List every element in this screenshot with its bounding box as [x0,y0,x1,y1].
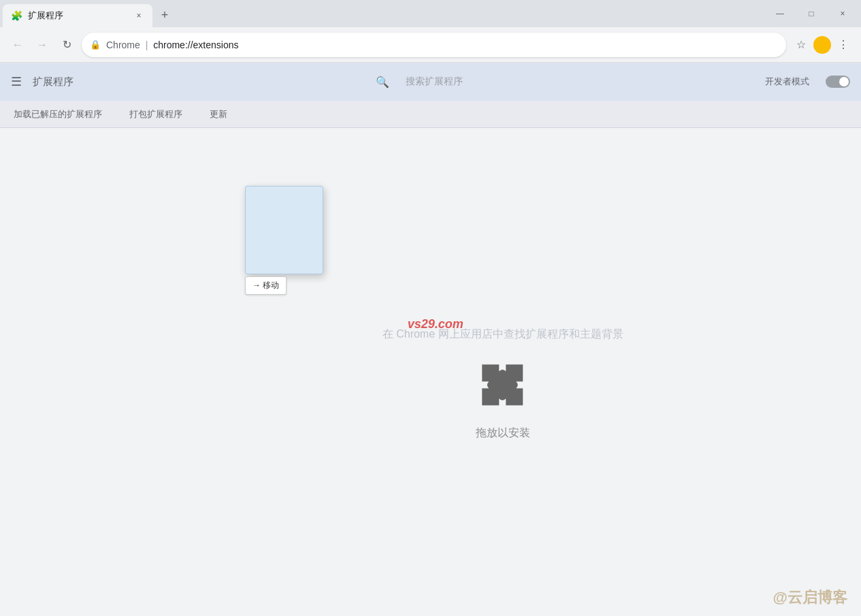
toolbar-icons: ☆ ⋮ [792,35,853,54]
security-icon: 🔒 [90,39,101,50]
titlebar: 🧩 扩展程序 × + — □ × [0,0,861,27]
main-content: → 移动 在 Chrome 网上应用店中查找扩展程序和主题背景 vs29.com… [0,128,861,616]
back-button[interactable]: ← [8,35,27,54]
load-unpacked-link[interactable]: 加载已解压的扩展程序 [14,108,102,120]
drag-file-card [245,186,323,274]
maximize-button[interactable]: □ [796,0,827,27]
puzzle-icon [476,357,530,412]
more-button[interactable]: ⋮ [834,35,853,54]
tab-favicon-icon: 🧩 [11,10,22,21]
addressbar: ← → ↻ 🔒 Chrome | chrome://extensions ☆ ⋮ [0,27,861,63]
profile-avatar[interactable] [813,36,831,54]
window-controls: — □ × [762,0,861,27]
move-button[interactable]: → 移动 [245,276,287,295]
omnibox[interactable]: 🔒 Chrome | chrome://extensions [82,33,786,57]
reload-button[interactable]: ↻ [57,35,76,54]
update-link[interactable]: 更新 [210,108,227,120]
tab-close-icon[interactable]: × [133,10,144,21]
hamburger-icon[interactable]: ☰ [11,74,22,89]
extensions-subheader: 加载已解压的扩展程序 打包扩展程序 更新 [0,101,861,128]
url-separator: | [146,39,148,50]
search-icon[interactable]: 🔍 [376,76,389,88]
extensions-header-title: 扩展程序 [33,76,74,88]
url-brand: Chrome [106,39,140,50]
search-placeholder[interactable]: 搜索扩展程序 [406,76,463,88]
url-display: Chrome | chrome://extensions [106,39,778,50]
watermark-bottom: @云启博客 [773,587,847,608]
drop-area: 在 Chrome 网上应用店中查找扩展程序和主题背景 vs29.com 拖放以安… [383,327,623,440]
dev-mode-toggle[interactable] [826,76,850,88]
drop-text: 拖放以安装 [476,425,530,440]
tab-title: 扩展程序 [28,10,128,22]
dev-mode-label: 开发者模式 [765,76,809,88]
minimize-button[interactable]: — [764,0,796,27]
bookmark-button[interactable]: ☆ [792,35,811,54]
url-path: chrome://extensions [153,39,238,50]
new-tab-button[interactable]: + [155,5,174,25]
pack-extension-link[interactable]: 打包扩展程序 [129,108,182,120]
tab-strip: 🧩 扩展程序 × + [0,0,762,27]
active-tab[interactable]: 🧩 扩展程序 × [3,4,152,27]
forward-button[interactable]: → [33,35,52,54]
watermark-top: vs29.com [408,317,464,331]
toggle-knob [839,77,849,86]
close-button[interactable]: × [827,0,858,27]
extensions-header: ☰ 扩展程序 🔍 搜索扩展程序 开发者模式 [0,63,861,101]
